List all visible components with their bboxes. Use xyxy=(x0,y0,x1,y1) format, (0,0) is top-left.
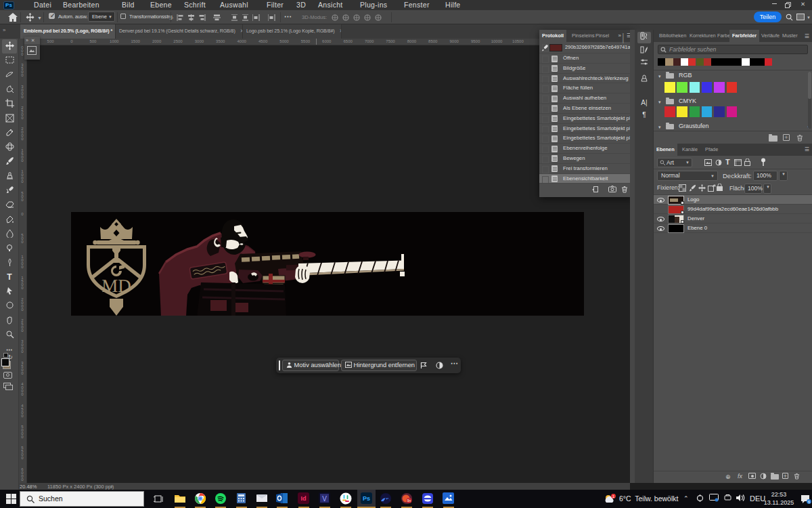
svg-text:1: 1 xyxy=(612,494,614,499)
svg-text:MD: MD xyxy=(102,276,131,296)
svg-text:9+: 9+ xyxy=(407,499,411,503)
svg-text:6: 6 xyxy=(808,500,810,504)
svg-text:V: V xyxy=(322,495,327,503)
svg-text:Ps: Ps xyxy=(363,495,370,502)
svg-text:Id: Id xyxy=(301,495,307,502)
